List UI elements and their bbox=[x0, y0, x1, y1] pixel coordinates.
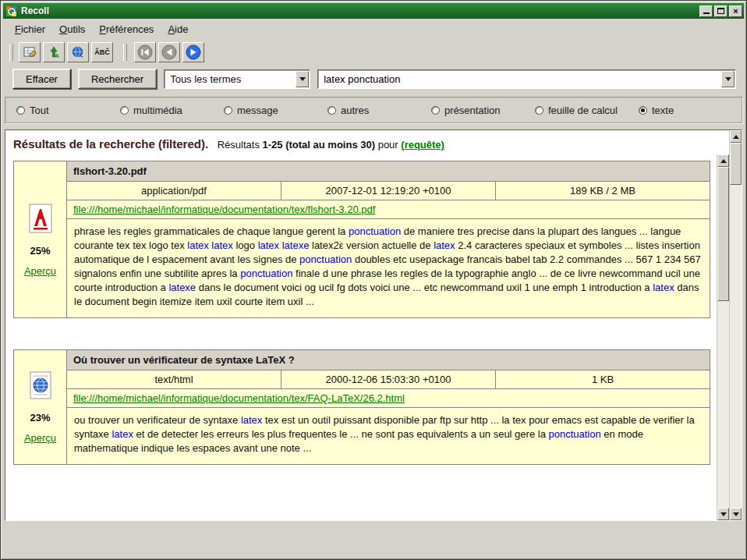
results-summary-label: Résultats bbox=[218, 139, 260, 151]
window-title: Recoll bbox=[21, 5, 698, 16]
highlighted-term: latex bbox=[241, 414, 262, 426]
toolbar-grip[interactable] bbox=[9, 44, 13, 61]
results-range: 1-25 (total au moins 30) bbox=[263, 139, 375, 151]
highlighted-term: ponctuation bbox=[349, 225, 401, 237]
close-icon: × bbox=[733, 7, 738, 16]
relevance-percent: 23% bbox=[30, 412, 50, 424]
toolbar-grip-2[interactable] bbox=[123, 44, 127, 61]
filter-radio-autres[interactable]: autres bbox=[327, 105, 431, 116]
radio-icon bbox=[120, 106, 129, 115]
scroll-up-button[interactable] bbox=[717, 154, 729, 167]
result-title: Où trouver un vérificateur de syntaxe La… bbox=[67, 350, 710, 370]
menu-aide[interactable]: Aide bbox=[161, 20, 195, 38]
filter-radio-feuille-de-calcul[interactable]: feuille de calcul bbox=[535, 105, 639, 116]
filter-label: autres bbox=[341, 105, 369, 116]
minimize-icon bbox=[703, 12, 710, 14]
close-button[interactable]: × bbox=[729, 5, 742, 17]
update-index-button[interactable] bbox=[43, 42, 65, 62]
clear-table-icon bbox=[23, 45, 37, 59]
result-side-panel: 25% Aperçu bbox=[14, 161, 67, 317]
scroll-down-button[interactable] bbox=[717, 508, 729, 520]
highlighted-term: latexe bbox=[168, 282, 196, 293]
results-pour: pour bbox=[378, 139, 398, 151]
titlebar[interactable]: Recoll × bbox=[3, 3, 744, 19]
filter-radio-presentation[interactable]: présentation bbox=[431, 105, 535, 116]
html-icon bbox=[27, 371, 54, 403]
result-size: 1 KB bbox=[495, 370, 710, 388]
filter-radio-message[interactable]: message bbox=[224, 105, 327, 116]
filter-label: feuille de calcul bbox=[548, 105, 618, 116]
previous-page-icon bbox=[161, 44, 177, 60]
globe-icon bbox=[71, 45, 85, 59]
scroll-up-button[interactable] bbox=[730, 130, 742, 143]
result-snippet: ou trouver un verificateur de syntaxe la… bbox=[67, 408, 710, 464]
scrollbar-track[interactable] bbox=[717, 167, 729, 508]
search-mode-select[interactable]: Tous les termes bbox=[164, 69, 310, 89]
scroll-up-icon bbox=[733, 135, 739, 139]
preview-link[interactable]: Aperçu bbox=[24, 432, 56, 444]
result-list: 25% Aperçu flshort-3.20.pdf application/… bbox=[5, 154, 717, 520]
radio-icon bbox=[535, 106, 543, 115]
result-mime: application/pdf bbox=[67, 182, 281, 200]
result-list-scrollbar[interactable] bbox=[717, 154, 729, 520]
term-explorer-button[interactable]: ÂBĈ bbox=[91, 42, 113, 62]
result-url-link[interactable]: file:///home/michael/informatique/docume… bbox=[73, 204, 375, 215]
search-button[interactable]: Rechercher bbox=[78, 69, 157, 89]
window-frame: Recoll × Fichier Outils Préférences Aide bbox=[0, 0, 747, 560]
result-size: 189 KB / 2 MB bbox=[495, 182, 710, 200]
scroll-down-button[interactable] bbox=[730, 508, 742, 520]
result-item: 23% Aperçu Où trouver un vérificateur de… bbox=[13, 349, 710, 465]
query-history-dropdown-button[interactable] bbox=[721, 71, 735, 87]
result-date: 2007-12-01 12:19:20 +0100 bbox=[281, 182, 495, 200]
chevron-down-icon bbox=[299, 77, 306, 81]
search-row: Effacer Rechercher Tous les termes bbox=[3, 66, 744, 92]
query-input[interactable] bbox=[320, 73, 721, 85]
first-page-icon bbox=[137, 44, 153, 60]
results-header: Résultats de la recherche (filtered). Ré… bbox=[5, 130, 729, 154]
scrollbar-track[interactable] bbox=[730, 143, 742, 508]
query-globe-button[interactable] bbox=[67, 42, 89, 62]
category-filter-bar: Tout multimédia message autres présentat… bbox=[5, 97, 742, 123]
menu-fichier[interactable]: Fichier bbox=[8, 20, 52, 38]
radio-icon bbox=[224, 106, 232, 115]
results-area: Résultats de la recherche (filtered). Ré… bbox=[5, 129, 742, 521]
query-details-link[interactable]: (requête) bbox=[401, 139, 444, 151]
previous-page-button[interactable] bbox=[158, 42, 180, 62]
scrollbar-thumb[interactable] bbox=[730, 143, 742, 185]
minimize-button[interactable] bbox=[699, 5, 713, 17]
menu-preferences[interactable]: Préférences bbox=[92, 20, 161, 38]
chevron-down-icon bbox=[725, 77, 731, 81]
result-url-link[interactable]: file:///home/michael/informatique/docume… bbox=[73, 392, 405, 404]
radio-icon bbox=[431, 106, 440, 115]
highlighted-term: latex bbox=[112, 428, 133, 440]
filter-label: Tout bbox=[30, 105, 49, 116]
result-snippet: phrase les regles grammaticales de chaqu… bbox=[67, 219, 710, 317]
query-combo bbox=[317, 69, 736, 89]
filter-radio-multimedia[interactable]: multimédia bbox=[120, 105, 224, 116]
filter-radio-tout[interactable]: Tout bbox=[16, 105, 120, 116]
next-page-button[interactable] bbox=[182, 42, 204, 62]
radio-icon bbox=[327, 106, 336, 115]
results-title: Résultats de la recherche (filtered). bbox=[13, 137, 208, 151]
clear-table-button[interactable] bbox=[19, 42, 41, 62]
scroll-down-icon bbox=[720, 512, 727, 516]
preview-link[interactable]: Aperçu bbox=[24, 265, 56, 277]
radio-icon bbox=[639, 106, 647, 115]
menu-outils[interactable]: Outils bbox=[52, 20, 92, 38]
clear-search-button[interactable]: Effacer bbox=[12, 69, 71, 89]
filter-radio-texte[interactable]: texte bbox=[639, 105, 674, 116]
recoll-app-icon[interactable] bbox=[5, 5, 17, 17]
update-index-icon bbox=[47, 45, 61, 59]
result-mime: text/html bbox=[67, 370, 281, 388]
highlighted-term: latex latexe bbox=[258, 239, 310, 251]
scroll-down-icon bbox=[733, 512, 739, 516]
first-page-button[interactable] bbox=[134, 42, 156, 62]
highlighted-term: ponctuation bbox=[240, 268, 292, 279]
results-pane-scrollbar[interactable] bbox=[729, 130, 742, 520]
scrollbar-thumb[interactable] bbox=[717, 167, 729, 301]
results-summary: Résultats 1-25 (total au moins 30) pour … bbox=[218, 139, 444, 151]
maximize-button[interactable] bbox=[714, 5, 728, 17]
statusbar bbox=[3, 521, 744, 557]
filter-label: multimédia bbox=[133, 105, 182, 116]
search-mode-dropdown-button[interactable] bbox=[296, 71, 309, 87]
